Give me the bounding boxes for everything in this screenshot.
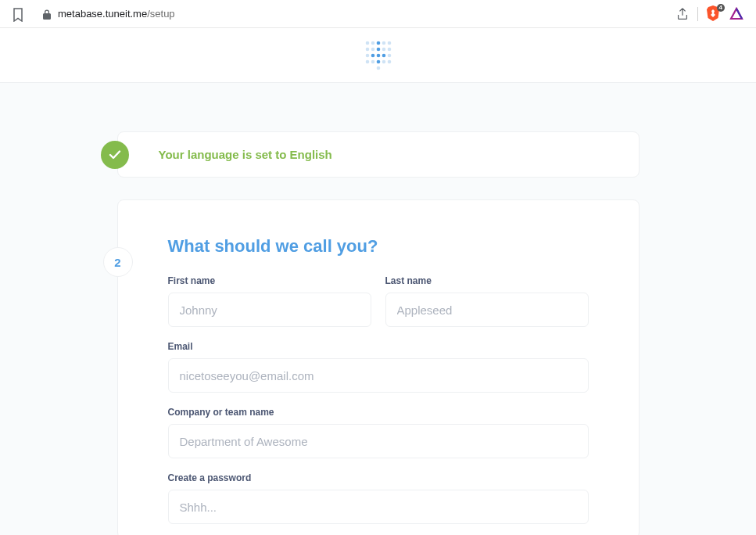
triangle-icon[interactable]: [729, 7, 743, 21]
bookmark-icon[interactable]: [13, 8, 23, 20]
email-label: Email: [168, 341, 589, 352]
check-badge-icon: [101, 141, 129, 169]
svg-point-18: [376, 53, 380, 57]
svg-point-1: [371, 41, 374, 45]
svg-point-10: [365, 59, 369, 63]
metabase-logo-icon: [362, 39, 395, 72]
svg-point-17: [371, 53, 374, 57]
first-name-input[interactable]: [168, 293, 371, 327]
svg-point-11: [371, 59, 374, 63]
logo-area: [0, 28, 756, 83]
svg-point-3: [387, 41, 391, 45]
svg-point-12: [382, 59, 385, 63]
svg-point-8: [365, 53, 369, 57]
last-name-label: Last name: [385, 275, 589, 286]
first-name-field: First name: [168, 275, 371, 327]
language-message: Your language is set to English: [159, 148, 332, 161]
svg-point-19: [382, 53, 385, 57]
language-card[interactable]: Your language is set to English: [117, 131, 640, 178]
company-field: Company or team name: [168, 407, 589, 458]
password-field: Create a password: [168, 472, 589, 524]
divider-icon: [697, 7, 698, 21]
url-text: metabase.tuneit.me/setup: [58, 8, 175, 20]
user-setup-card: 2 What should we call you? First name La…: [117, 199, 640, 535]
svg-point-13: [387, 59, 391, 63]
brave-badge: 4: [717, 4, 725, 12]
svg-point-5: [371, 47, 374, 51]
first-name-label: First name: [168, 275, 371, 286]
browser-right-icons: 4: [675, 5, 743, 23]
svg-point-15: [376, 41, 380, 45]
svg-point-9: [387, 53, 391, 57]
svg-point-2: [382, 41, 385, 45]
svg-point-14: [376, 66, 380, 70]
step-number-badge: 2: [103, 247, 133, 277]
lock-icon: [42, 9, 52, 19]
email-field: Email: [168, 341, 589, 393]
form-title: What should we call you?: [168, 236, 589, 257]
svg-point-4: [365, 47, 369, 51]
company-label: Company or team name: [168, 407, 589, 418]
share-icon[interactable]: [675, 7, 690, 21]
svg-point-7: [387, 47, 391, 51]
svg-point-0: [365, 41, 369, 45]
svg-point-20: [376, 59, 380, 63]
browser-bar: metabase.tuneit.me/setup 4: [0, 0, 756, 28]
svg-point-6: [382, 47, 385, 51]
last-name-field: Last name: [385, 275, 589, 327]
password-input[interactable]: [168, 490, 589, 524]
brave-shield-icon[interactable]: 4: [706, 5, 722, 23]
setup-content: Your language is set to English 2 What s…: [0, 83, 756, 535]
svg-point-16: [376, 47, 380, 51]
url-bar[interactable]: metabase.tuneit.me/setup: [34, 3, 675, 25]
email-input[interactable]: [168, 358, 589, 393]
password-label: Create a password: [168, 472, 589, 483]
last-name-input[interactable]: [385, 293, 589, 327]
company-input[interactable]: [168, 424, 589, 458]
